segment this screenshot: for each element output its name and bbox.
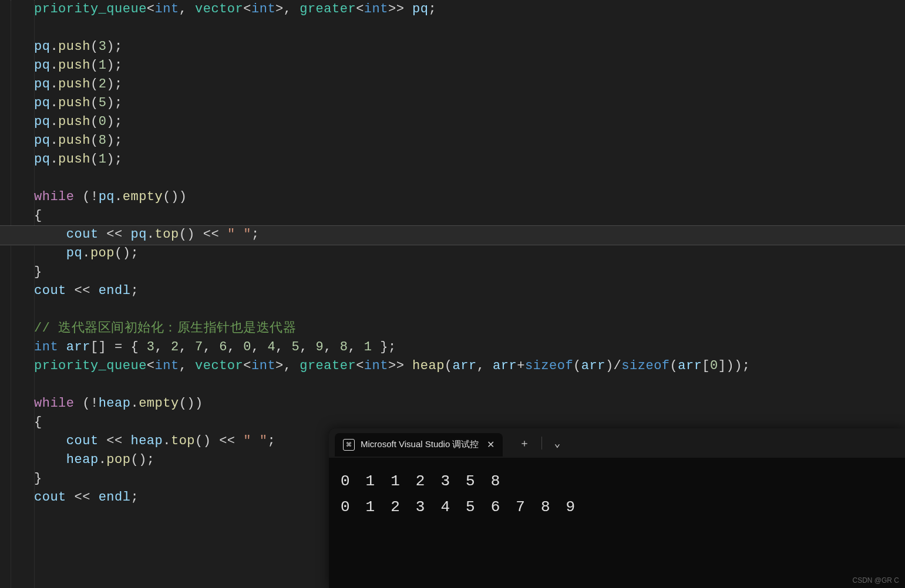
code-token: pq <box>34 114 50 129</box>
close-icon[interactable]: ✕ <box>487 439 494 450</box>
code-line[interactable] <box>34 169 905 188</box>
code-token: arr <box>453 359 477 373</box>
code-line[interactable] <box>34 300 905 319</box>
code-line[interactable]: pq.push(1); <box>34 56 905 75</box>
code-token: . <box>50 114 58 129</box>
terminal-output-value: 8 <box>491 468 501 494</box>
code-token: cout <box>34 283 66 298</box>
code-token: < <box>243 359 251 373</box>
code-token: } <box>34 471 42 486</box>
code-token: int <box>251 359 275 373</box>
code-token: [] = { <box>90 340 147 354</box>
code-token: ( <box>90 133 99 148</box>
code-token: , <box>324 340 339 354</box>
code-line[interactable]: pq.push(5); <box>34 94 905 113</box>
code-token <box>34 246 66 261</box>
code-token: } <box>34 265 42 279</box>
code-token: pq <box>99 190 115 204</box>
code-token: < <box>147 359 155 373</box>
terminal-output[interactable]: 01123580123456789 <box>329 458 905 530</box>
separator <box>541 437 542 450</box>
code-token: . <box>50 58 58 73</box>
code-token <box>34 434 66 448</box>
terminal-output-value: 3 <box>440 468 450 494</box>
code-token: . <box>163 434 171 448</box>
code-line[interactable]: } <box>34 263 905 282</box>
code-token: push <box>58 39 90 54</box>
code-token: < <box>356 359 364 373</box>
code-token: int <box>364 2 388 16</box>
code-token: (! <box>75 396 99 411</box>
code-token: int <box>155 2 179 16</box>
new-tab-button[interactable]: ＋ <box>519 436 530 450</box>
code-token: arr <box>66 340 90 354</box>
code-token: , <box>275 340 291 354</box>
terminal-output-value: 7 <box>516 494 526 520</box>
editor-gutter <box>0 0 11 588</box>
code-line[interactable]: pq.push(2); <box>34 75 905 94</box>
code-token: 6 <box>219 340 227 354</box>
code-line[interactable]: pq.push(8); <box>34 131 905 150</box>
code-token: , <box>203 340 219 354</box>
code-token: . <box>115 190 123 204</box>
code-token: pq <box>34 152 50 167</box>
code-line[interactable]: cout << pq.top() << " "; <box>34 225 905 244</box>
code-token: << <box>66 283 99 298</box>
code-token: push <box>58 133 90 148</box>
code-line[interactable]: int arr[] = { 3, 2, 7, 6, 0, 4, 5, 9, 8,… <box>34 338 905 357</box>
code-token: heap <box>412 359 445 373</box>
code-token: top <box>171 434 195 448</box>
code-token: . <box>82 246 90 261</box>
code-line[interactable]: cout << endl; <box>34 282 905 300</box>
code-line[interactable] <box>34 376 905 394</box>
watermark: CSDN @GR C <box>852 576 899 584</box>
code-line[interactable]: while (!pq.empty()) <box>34 188 905 207</box>
code-token: heap <box>99 396 131 411</box>
terminal-output-value: 4 <box>440 494 450 520</box>
code-token: , <box>155 340 171 354</box>
code-line[interactable]: pq.push(1); <box>34 150 905 169</box>
code-token: >> <box>388 359 412 373</box>
code-token: 0 <box>243 340 251 354</box>
terminal-window[interactable]: ⌘ Microsoft Visual Studio 调试控 ✕ ＋ ⌄ 0112… <box>329 428 905 588</box>
code-token: ); <box>106 96 122 110</box>
code-token: priority_queue <box>34 2 147 16</box>
code-token: 1 <box>364 340 372 354</box>
code-line[interactable]: { <box>34 207 905 225</box>
code-token: + <box>517 359 525 373</box>
code-token: 0 <box>710 359 718 373</box>
terminal-titlebar[interactable]: ⌘ Microsoft Visual Studio 调试控 ✕ ＋ ⌄ <box>329 428 905 458</box>
code-line[interactable]: priority_queue<int, vector<int>, greater… <box>34 357 905 376</box>
code-token: (! <box>75 190 99 204</box>
tab-dropdown-button[interactable]: ⌄ <box>554 437 560 450</box>
code-token: ( <box>445 359 453 373</box>
code-token: // 迭代器区间初始化：原生指针也是迭代器 <box>34 321 296 336</box>
terminal-output-value: 9 <box>566 494 576 520</box>
code-token: , <box>227 340 243 354</box>
code-token: greater <box>300 359 356 373</box>
terminal-tab[interactable]: ⌘ Microsoft Visual Studio 调试控 ✕ <box>335 433 503 457</box>
code-token: . <box>99 452 107 467</box>
code-line[interactable] <box>34 19 905 38</box>
code-token: << <box>99 434 131 448</box>
code-token: empty <box>139 396 179 411</box>
code-token: ; <box>251 227 260 242</box>
terminal-output-row: 0112358 <box>341 468 893 494</box>
code-token: pq <box>34 96 50 110</box>
code-token: vector <box>195 359 243 373</box>
code-token: ; <box>130 283 139 298</box>
code-line[interactable]: // 迭代器区间初始化：原生指针也是迭代器 <box>34 319 905 338</box>
terminal-output-value: 5 <box>466 468 476 494</box>
code-line[interactable]: priority_queue<int, vector<int>, greater… <box>34 0 905 19</box>
code-line[interactable]: pq.push(3); <box>34 38 905 56</box>
code-line[interactable]: pq.pop(); <box>34 244 905 263</box>
code-line[interactable]: while (!heap.empty()) <box>34 394 905 413</box>
code-token: ( <box>90 58 99 73</box>
code-line[interactable]: pq.push(0); <box>34 113 905 131</box>
code-token: << <box>99 227 131 242</box>
code-token: arr <box>493 359 517 373</box>
code-token: endl <box>99 490 131 505</box>
terminal-output-value: 6 <box>491 494 501 520</box>
terminal-output-value: 1 <box>391 468 401 494</box>
code-token: , <box>300 340 315 354</box>
